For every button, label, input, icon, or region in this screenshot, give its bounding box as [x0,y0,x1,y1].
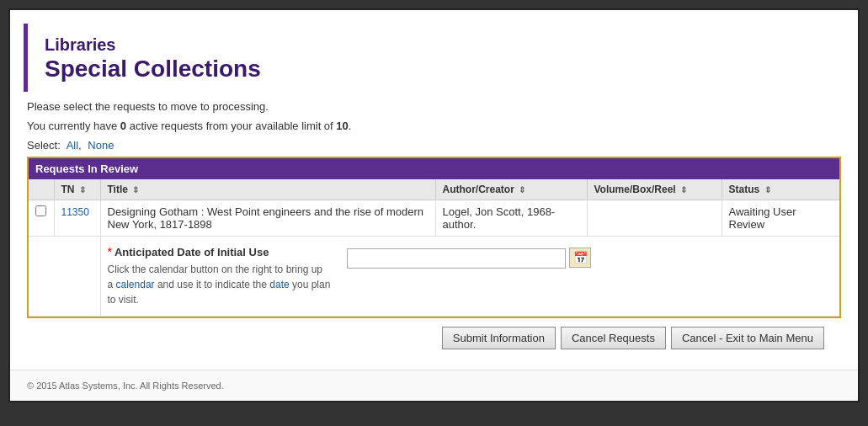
select-none-link[interactable]: None [88,139,114,152]
col-volume[interactable]: Volume/Box/Reel ⇕ [587,179,722,200]
select-all-link[interactable]: All [67,139,78,152]
sort-author-icon: ⇕ [519,185,525,194]
col-checkbox [29,179,54,200]
col-author[interactable]: Author/Creator ⇕ [435,179,587,200]
table-section-title: Requests In Review [29,158,839,179]
date-label: Anticipated Date of Initial Use [114,246,269,258]
required-icon: * [108,245,112,258]
footer: © 2015 Atlas Systems, Inc. All Rights Re… [10,370,858,401]
row-checkbox-cell [29,200,54,236]
content-area: Please select the requests to move to pr… [10,100,858,370]
sort-status-icon: ⇕ [764,185,771,194]
sort-volume-icon: ⇕ [680,185,687,194]
col-status[interactable]: Status ⇕ [722,179,839,200]
date-row: *Anticipated Date of Initial Use Click t… [29,236,839,316]
cancel-requests-button[interactable]: Cancel Requests [561,327,666,349]
sort-tn-icon: ⇕ [79,185,86,194]
footer-text: © 2015 Atlas Systems, Inc. All Rights Re… [27,381,224,391]
col-title[interactable]: Title ⇕ [100,179,435,200]
instruction-line2: You currently have 0 active requests fro… [27,120,841,132]
date-input-cell: *Anticipated Date of Initial Use Click t… [100,236,839,316]
col-tn[interactable]: TN ⇕ [54,179,100,200]
row-status-cell: Awaiting User Review [722,200,839,236]
requests-table: TN ⇕ Title ⇕ Author/Creator ⇕ Volume/Box… [29,179,839,317]
calendar-button[interactable]: 📅 [569,248,591,268]
row-author-cell: Logel, Jon Scott, 1968- author. [435,200,587,236]
action-row: Submit Information Cancel Requests Cance… [27,318,841,361]
instruction-line1: Please select the requests to move to pr… [27,100,841,113]
row-tn-cell: 11350 [54,200,100,236]
select-row: Select: All, None [27,139,841,152]
sort-title-icon: ⇕ [132,185,139,194]
page-header: Libraries Special Collections [24,24,844,92]
calendar-link: calendar [116,279,155,290]
table-header-row: TN ⇕ Title ⇕ Author/Creator ⇕ Volume/Box… [29,179,839,200]
row-status: Awaiting User Review [729,205,796,231]
date-label-block: *Anticipated Date of Initial Use Click t… [108,245,331,307]
submit-button[interactable]: Submit Information [442,327,556,349]
row-author: Logel, Jon Scott, 1968- author. [443,205,556,231]
date-spacer [29,236,100,316]
row-volume-cell [587,200,722,236]
date-required-label: *Anticipated Date of Initial Use [108,245,331,258]
special-collections-title: Special Collections [45,55,828,83]
table-row: 11350 Designing Gotham : West Point engi… [29,200,839,236]
row-checkbox[interactable] [35,205,46,216]
date-help-text: Click the calendar button on the right t… [108,262,331,307]
date-link: date [269,279,289,290]
calendar-icon: 📅 [573,251,588,264]
date-input-row: 📅 [347,247,591,269]
tn-link[interactable]: 11350 [61,206,89,218]
cancel-exit-button[interactable]: Cancel - Exit to Main Menu [671,327,824,349]
row-title: Designing Gotham : West Point engineers … [108,205,424,231]
date-input[interactable] [347,248,566,269]
libraries-title: Libraries [45,35,828,55]
requests-table-wrapper: Requests In Review TN ⇕ Title ⇕ Author/C… [27,157,841,318]
row-title-cell: Designing Gotham : West Point engineers … [100,200,435,236]
